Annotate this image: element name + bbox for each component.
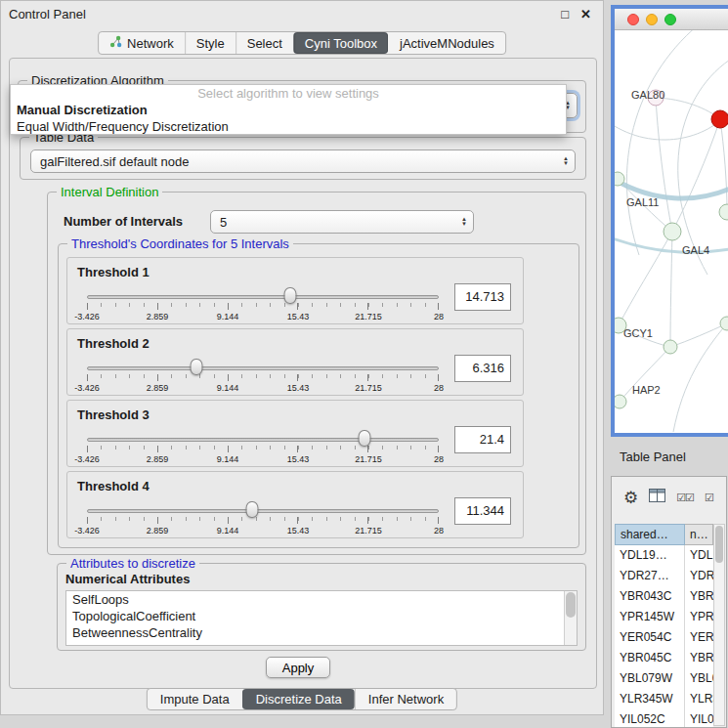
table-cell[interactable]: YBR043C — [615, 586, 685, 607]
table-row[interactable]: YER054CYER0 — [615, 627, 713, 648]
table-scrollbar[interactable] — [713, 524, 725, 726]
table-cell[interactable]: YDR27… — [615, 566, 685, 586]
table-cell[interactable]: YPR145W — [615, 607, 685, 627]
table-data-combo[interactable]: galFiltered.sif default node ▲▼ — [30, 150, 576, 173]
table-cell[interactable]: YBR0 — [685, 586, 713, 607]
slider-tick-labels: -3.4262.8599.14415.4321.71528 — [87, 454, 439, 466]
network-canvas[interactable]: GAL80 GAL11 GAL4 GCY1 HAP2 — [615, 30, 728, 432]
bottom-tab-impute-data[interactable]: Impute Data — [148, 689, 242, 709]
table-cell[interactable]: YDL19… — [615, 545, 685, 566]
gear-icon[interactable]: ⚙ — [623, 490, 638, 506]
number-of-intervals-value: 5 — [220, 215, 227, 230]
table-row[interactable]: YBL079WYBL0 — [615, 668, 713, 689]
table-cell[interactable]: YBR0 — [685, 648, 713, 668]
table-cell[interactable]: YBR045C — [615, 648, 685, 668]
attribute-list-item[interactable]: TopologicalCoefficient — [66, 608, 577, 624]
tab-jactivemnodules[interactable]: jActiveMNodules — [388, 32, 505, 54]
threshold-slider[interactable]: -3.4262.8599.14415.4321.71528 — [87, 285, 439, 322]
table-row[interactable]: YLR345WYLR3 — [615, 689, 713, 709]
tab-network[interactable]: Network — [99, 32, 185, 54]
threshold-slider[interactable]: -3.4262.8599.14415.4321.71528 — [87, 499, 439, 536]
node[interactable] — [615, 172, 624, 186]
tab-select[interactable]: Select — [236, 32, 293, 54]
slider-track[interactable] — [87, 438, 439, 442]
table-cell[interactable]: YER0 — [685, 627, 713, 648]
tick-label: 2.859 — [147, 526, 169, 535]
tick-label: 28 — [434, 454, 444, 464]
selected-red-node[interactable] — [711, 110, 728, 128]
numerical-attributes-list[interactable]: SelfLoopsTopologicalCoefficientBetweenne… — [65, 590, 578, 646]
select-column-icon[interactable]: ☑ — [705, 492, 713, 504]
float-window-icon[interactable]: □ — [561, 8, 569, 21]
tab-cyni-toolbox[interactable]: Cyni Toolbox — [293, 32, 388, 54]
table-row[interactable]: YDR27…YDR2 — [615, 566, 713, 586]
threshold-value-field[interactable]: 21.4 — [454, 426, 511, 453]
dropdown-option-manual-discretization[interactable]: Manual Discretization — [11, 102, 566, 118]
table-cell[interactable]: YPR1 — [685, 607, 713, 627]
node[interactable] — [719, 204, 728, 220]
minimize-traffic-light-icon[interactable] — [646, 14, 658, 25]
node[interactable] — [720, 317, 728, 330]
slider-thumb[interactable] — [359, 430, 371, 447]
node-gal4[interactable] — [664, 223, 681, 240]
node-hap2[interactable] — [615, 395, 626, 408]
slider-thumb[interactable] — [246, 501, 259, 518]
table-cell[interactable]: YIL052C — [615, 709, 685, 728]
close-icon[interactable]: ✕ — [580, 8, 591, 21]
threshold-slider[interactable]: -3.4262.8599.14415.4321.71528 — [87, 357, 439, 394]
table-row[interactable]: YBR045CYBR0 — [615, 648, 713, 668]
columns-icon[interactable] — [649, 489, 665, 506]
apply-button[interactable]: Apply — [266, 657, 330, 678]
node[interactable] — [664, 340, 677, 354]
node-label-gal80: GAL80 — [631, 89, 664, 101]
threshold-value-field[interactable]: 6.316 — [454, 355, 511, 382]
column-header-name[interactable]: n… — [685, 524, 713, 545]
slider-track[interactable] — [87, 509, 439, 513]
threshold-value-field[interactable]: 14.713 — [454, 283, 511, 311]
threshold-row: Threshold 4-3.4262.8599.14415.4321.71528… — [66, 471, 524, 538]
scrollbar-thumb[interactable] — [566, 592, 576, 618]
zoom-traffic-light-icon[interactable] — [664, 14, 676, 25]
threshold-label: Threshold 1 — [77, 265, 150, 279]
table-data-combo-value: galFiltered.sif default node — [40, 154, 189, 169]
network-view-window[interactable]: GAL80 GAL11 GAL4 GCY1 HAP2 — [611, 5, 728, 437]
attributes-scrollbar[interactable] — [564, 591, 577, 645]
attribute-list-item[interactable]: SelfLoops — [66, 591, 577, 608]
table-row[interactable]: YBR043CYBR0 — [615, 586, 713, 607]
control-panel-window: Control Panel □ ✕ Network Style — [0, 0, 604, 715]
column-header-shared-name[interactable]: shared… — [615, 524, 685, 545]
attribute-list-item[interactable]: BetweennessCentrality — [66, 624, 577, 641]
tick-label: 9.144 — [217, 312, 239, 321]
slider-track[interactable] — [87, 366, 439, 370]
tick-label: 21.715 — [355, 454, 382, 464]
slider-major-ticks — [87, 374, 439, 381]
dropdown-option-equal-width-frequency[interactable]: Equal Width/Frequency Discretization — [11, 118, 566, 135]
table-cell[interactable]: YIL0 — [685, 709, 713, 728]
table-cell[interactable]: YBL079W — [615, 668, 685, 689]
slider-thumb[interactable] — [190, 359, 202, 375]
table-cell[interactable]: YLR3 — [685, 689, 713, 709]
tick-label: 15.43 — [287, 526, 310, 535]
table-cell[interactable]: YDL1 — [685, 545, 713, 566]
table-cell[interactable]: YLR345W — [615, 689, 685, 709]
combo-stepper-icon: ▲▼ — [557, 156, 569, 166]
table-row[interactable]: YDL19…YDL1 — [615, 545, 713, 566]
select-all-columns-icon[interactable]: ☑☑ — [676, 492, 694, 504]
table-cell[interactable]: YER054C — [615, 627, 685, 648]
bottom-tab-infer-network[interactable]: Infer Network — [355, 689, 456, 709]
table-cell[interactable]: YBL0 — [685, 668, 713, 689]
table-row[interactable]: YIL052CYIL0 — [615, 709, 713, 728]
slider-track[interactable] — [87, 295, 439, 299]
bottom-tab-discretize-data[interactable]: Discretize Data — [242, 689, 355, 709]
close-traffic-light-icon[interactable] — [627, 14, 639, 25]
threshold-slider[interactable]: -3.4262.8599.14415.4321.71528 — [87, 428, 439, 465]
table-row[interactable]: YPR145WYPR1 — [615, 607, 713, 627]
scrollbar-thumb[interactable] — [715, 526, 723, 563]
table-cell[interactable]: YDR2 — [685, 566, 713, 586]
slider-thumb[interactable] — [283, 287, 296, 304]
threshold-value-field[interactable]: 11.344 — [454, 497, 511, 525]
number-of-intervals-combo[interactable]: 5 ▲▼ — [210, 210, 474, 234]
tick-label: -3.426 — [74, 454, 100, 464]
tab-jactivemnodules-label: jActiveMNodules — [400, 36, 494, 51]
tab-style[interactable]: Style — [185, 32, 236, 54]
